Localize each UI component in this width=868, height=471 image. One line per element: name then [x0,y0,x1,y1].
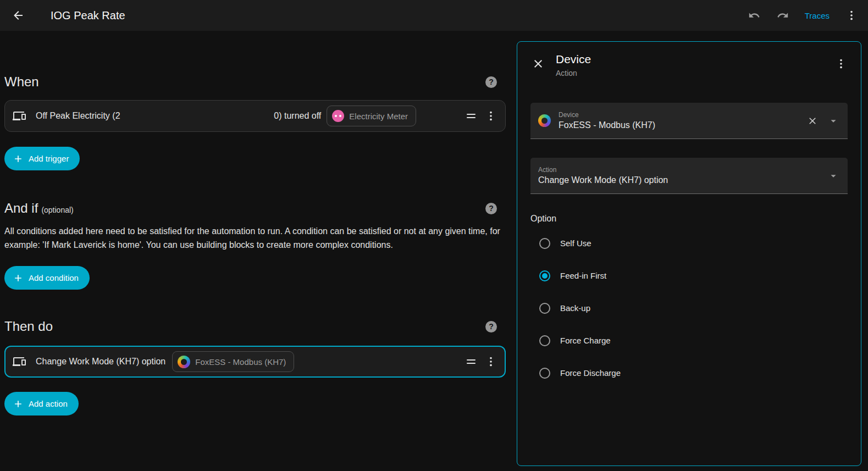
action-editor-panel: Device Action Device FoxESS - Modbus (KH… [517,41,861,466]
radio-option-force-discharge[interactable]: Force Discharge [530,357,848,389]
radio-label: Self Use [560,239,591,248]
chevron-down-icon[interactable] [827,169,840,182]
top-app-bar: IOG Peak Rate Traces [0,0,868,31]
when-heading: When [4,74,39,90]
device-field-value: FoxESS - Modbus (KH7) [559,120,655,130]
when-help-icon[interactable]: ? [485,76,497,88]
radio-button[interactable] [539,368,550,379]
radio-label: Force Discharge [560,368,621,378]
close-icon[interactable] [530,56,546,71]
radio-label: Force Charge [560,336,611,345]
action-field-value: Change Work Mode (KH7) option [538,175,668,185]
undo-icon[interactable] [748,9,761,22]
when-section-header: When ? [4,74,506,90]
radio-button[interactable] [539,303,550,314]
radio-option-back-up[interactable]: Back-up [530,292,848,324]
radio-button[interactable] [539,238,550,249]
drag-handle-icon[interactable] [463,109,479,123]
clear-device-icon[interactable] [806,114,819,128]
action-device-chip[interactable]: FoxESS - Modbus (KH7) [172,351,294,372]
panel-subtitle: Action [556,69,591,77]
and-if-heading: And if(optional) [4,201,74,216]
octopus-icon [332,110,344,122]
action-menu-icon[interactable] [484,355,497,368]
radio-button[interactable] [539,270,550,281]
radio-option-feed-in-first[interactable]: Feed-in First [530,259,848,292]
trigger-card[interactable]: Off Peak Electricity (2 0) turned off El… [4,100,506,132]
work-mode-options: Self Use Feed-in First Back-up Force Cha… [530,227,848,389]
page-title: IOG Peak Rate [51,9,125,22]
redo-icon[interactable] [776,9,789,22]
panel-menu-icon[interactable] [834,57,848,70]
automation-editor-main: When ? Off Peak Electricity (2 0) turned… [4,31,506,415]
condition-help-icon[interactable]: ? [485,203,497,214]
add-action-label: Add action [29,399,68,408]
panel-title-block: Device Action [556,53,591,77]
condition-section-header: And if(optional) ? [4,200,506,217]
drag-handle-icon[interactable] [463,355,479,368]
add-condition-label: Add condition [29,273,79,282]
action-help-icon[interactable]: ? [485,321,497,333]
radio-button[interactable] [539,335,550,346]
condition-description: All conditions added here need to be sat… [4,224,506,252]
action-card[interactable]: Change Work Mode (KH7) option FoxESS - M… [4,346,506,378]
panel-title: Device [556,53,591,66]
overflow-menu-icon[interactable] [845,9,858,22]
add-action-button[interactable]: Add action [4,392,79,415]
trigger-name-start: Off Peak Electricity (2 [36,111,120,121]
topbar-actions: Traces [748,9,858,22]
trigger-menu-icon[interactable] [484,109,497,123]
radio-option-self-use[interactable]: Self Use [530,227,848,259]
traces-link[interactable]: Traces [805,11,830,20]
action-device-chip-label: FoxESS - Modbus (KH7) [195,357,286,367]
then-do-heading: Then do [4,319,53,334]
chevron-down-icon[interactable] [827,114,840,128]
radio-label: Back-up [560,303,590,313]
foxess-icon [178,356,190,368]
action-name: Change Work Mode (KH7) option [36,357,165,367]
add-trigger-label: Add trigger [29,154,69,163]
add-trigger-button[interactable]: Add trigger [4,147,80,170]
device-trigger-icon [13,109,27,123]
radio-label: Feed-in First [560,271,606,280]
foxess-icon [538,114,551,127]
option-group-label: Option [530,214,848,224]
device-action-icon [13,354,27,369]
radio-option-force-charge[interactable]: Force Charge [530,324,848,357]
trigger-entity-chip-label: Electricity Meter [349,112,408,121]
back-arrow-icon[interactable] [11,8,25,23]
action-select-field[interactable]: Action Change Work Mode (KH7) option [530,158,848,194]
device-select-field[interactable]: Device FoxESS - Modbus (KH7) [530,103,848,139]
trigger-entity-chip[interactable]: Electricity Meter [327,106,416,126]
optional-tag: (optional) [41,206,73,214]
action-field-label: Action [538,166,668,174]
trigger-name-end: 0) turned off [274,111,321,121]
action-section-header: Then do ? [4,318,506,335]
panel-header: Device Action [530,53,848,77]
device-field-label: Device [559,111,655,119]
add-condition-button[interactable]: Add condition [4,266,90,290]
